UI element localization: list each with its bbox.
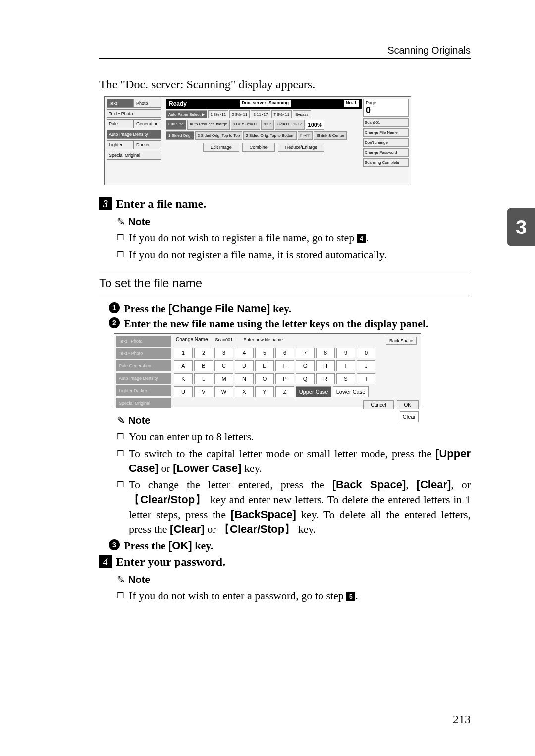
shrink-center[interactable]: Shrink & Center — [314, 131, 346, 140]
pencil-icon: ✎ — [117, 216, 125, 228]
size-t[interactable]: T 8½×11 — [271, 110, 292, 118]
kb-key-r[interactable]: R — [316, 373, 335, 384]
kb-key-b[interactable]: B — [194, 360, 213, 371]
kb-key-g[interactable]: G — [296, 360, 315, 371]
doc-server-screenshot: TextPhoto Text • Photo PaleGeneration Au… — [104, 96, 411, 185]
note-kb-2: To switch to the capital letter mode or … — [129, 446, 471, 475]
note-kb-3: To change the letter entered, press the … — [129, 477, 471, 536]
kb-key-2[interactable]: 2 — [194, 348, 213, 358]
size-1[interactable]: 1 8½×11 — [208, 110, 228, 118]
kb-key-j[interactable]: J — [357, 360, 375, 371]
kb-key-m[interactable]: M — [214, 373, 233, 384]
clear-key[interactable]: Clear — [400, 411, 419, 422]
kb-key-4[interactable]: 4 — [235, 348, 254, 358]
auto-paper-select[interactable]: Auto Paper Select ▶ — [166, 110, 207, 118]
tab-auto-density[interactable]: Auto Image Density — [107, 130, 161, 139]
tab-special-original[interactable]: Special Original — [107, 151, 161, 160]
kb-key-i[interactable]: I — [336, 360, 355, 371]
kb-key-z[interactable]: Z — [275, 386, 294, 397]
kb-key-n[interactable]: N — [235, 373, 254, 384]
auto-reduce-enlarge[interactable]: Auto Reduce/Enlarge — [187, 120, 230, 130]
scan-name: Scan001 — [363, 118, 409, 127]
bypass[interactable]: Bypass — [293, 110, 311, 118]
kb-key-6[interactable]: 6 — [275, 348, 294, 358]
one-sided[interactable]: 1 Sided Orig. — [166, 131, 194, 140]
bullet-icon: ❐ — [117, 250, 124, 259]
ratio-2[interactable]: 8½×11 11×17 — [275, 120, 304, 130]
substep-3-text: Press the [OK] key. — [124, 539, 213, 552]
note-label: Note — [128, 415, 150, 426]
kb-left-aid: Auto Image Density — [116, 373, 171, 384]
ratio-1[interactable]: 11×15 8½×11 — [231, 120, 260, 130]
kb-key-p[interactable]: P — [275, 373, 294, 384]
edit-image[interactable]: Edit Image — [203, 143, 239, 152]
kb-key-x[interactable]: X — [235, 386, 254, 397]
kb-left-so: Special Original — [116, 398, 171, 408]
kb-left-light: Lighter Darker — [116, 385, 171, 396]
kb-key-1[interactable]: 1 — [174, 348, 193, 358]
kb-key-0[interactable]: 0 — [357, 348, 375, 358]
kb-key-l[interactable]: L — [194, 373, 213, 384]
kb-key-c[interactable]: C — [214, 360, 233, 371]
ok-button[interactable]: OK — [397, 400, 419, 409]
scanning-complete[interactable]: Scanning Complete — [363, 158, 409, 167]
kb-key-9[interactable]: 9 — [336, 348, 355, 358]
zoom-pct: 100% — [306, 120, 324, 130]
enter-prompt: Enter new file name. — [244, 337, 284, 342]
kb-left-pale: Pale Generation — [116, 360, 171, 371]
kb-key-h[interactable]: H — [316, 360, 335, 371]
step-3-text: Enter a file name. — [116, 197, 206, 211]
kb-key-s[interactable]: S — [336, 373, 355, 384]
tab-pale[interactable]: Pale — [107, 119, 134, 128]
kb-key-7[interactable]: 7 — [296, 348, 315, 358]
two-sided-tt[interactable]: 2 Sided Orig. Top to Top — [195, 131, 243, 140]
kb-key-3[interactable]: 3 — [214, 348, 233, 358]
btn-darker[interactable]: Darker — [134, 140, 161, 149]
substep-2-text: Enter the new file name using the letter… — [124, 317, 428, 330]
size-2[interactable]: 2 8½×11 — [229, 110, 250, 118]
tab-text[interactable]: Text — [107, 99, 134, 108]
kb-left-text: Text Photo — [116, 336, 171, 347]
kb-key-a[interactable]: A — [174, 360, 193, 371]
substep-1-marker: 1 — [109, 302, 120, 313]
tab-generation[interactable]: Generation — [134, 119, 161, 128]
two-sided-tb[interactable]: 2 Sided Orig. Top to Bottom — [243, 131, 297, 140]
kb-key-o[interactable]: O — [255, 373, 274, 384]
keyboard-screenshot: Text Photo Text • Photo Pale Generation … — [114, 333, 421, 407]
kb-key-d[interactable]: D — [235, 360, 254, 371]
kb-key-t[interactable]: T — [357, 373, 375, 384]
btn-lighter[interactable]: Lighter — [107, 140, 134, 149]
kb-key-8[interactable]: 8 — [316, 348, 335, 358]
kb-key-e[interactable]: E — [255, 360, 274, 371]
size-3[interactable]: 3 11×17 — [251, 110, 270, 118]
cancel-button[interactable]: Cancel — [363, 400, 393, 409]
step-3-marker: 3 — [99, 197, 112, 210]
header-section: Scanning Originals — [387, 45, 471, 56]
change-password[interactable]: Change Password — [363, 148, 409, 157]
ratio-93[interactable]: 93% — [261, 120, 274, 130]
orient-icons[interactable]: ▯→▯▯ — [298, 131, 313, 140]
kb-key-w[interactable]: W — [214, 386, 233, 397]
kb-key-y[interactable]: Y — [255, 386, 274, 397]
full-size[interactable]: Full Size — [166, 120, 186, 130]
kb-key-u[interactable]: U — [174, 386, 193, 397]
kb-key-q[interactable]: Q — [296, 373, 315, 384]
kb-key-k[interactable]: K — [174, 373, 193, 384]
doc-number: No. 1 — [344, 100, 359, 107]
kb-key-5[interactable]: 5 — [255, 348, 274, 358]
lower-case-key[interactable]: Lower Case — [333, 386, 369, 397]
upper-case-key[interactable]: Upper Case — [296, 386, 331, 397]
backspace-key[interactable]: Back Space — [386, 337, 417, 345]
ref-step-4: 4 — [357, 234, 366, 243]
reduce-enlarge[interactable]: Reduce/Enlarge — [278, 143, 325, 152]
kb-key-v[interactable]: V — [194, 386, 213, 397]
kb-key-f[interactable]: F — [275, 360, 294, 371]
pencil-icon: ✎ — [117, 414, 125, 426]
tab-photo[interactable]: Photo — [134, 99, 161, 108]
pencil-icon: ✎ — [117, 574, 125, 585]
intro-text: The "Doc. server: Scanning" display appe… — [99, 78, 471, 91]
chapter-tab: 3 — [507, 208, 535, 246]
tab-text-photo[interactable]: Text • Photo — [107, 109, 161, 118]
change-file-name[interactable]: Change File Name — [363, 128, 409, 137]
combine[interactable]: Combine — [242, 143, 275, 152]
